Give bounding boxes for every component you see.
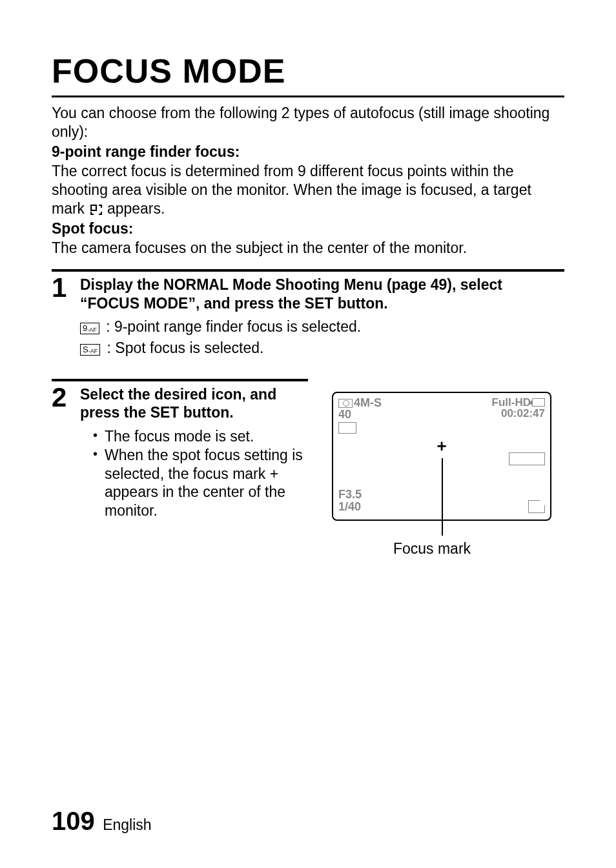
step-1-title: Display the NORMAL Mode Shooting Menu (p…: [80, 276, 564, 313]
shot-count: 40: [338, 409, 382, 421]
stabilizer-icon: [509, 452, 545, 465]
spot-focus-desc: The camera focuses on the subject in the…: [52, 239, 564, 257]
9af-desc: : 9-point range finder focus is selected…: [106, 318, 361, 335]
focus-mark-icon: +: [436, 436, 446, 456]
target-mark-icon: [90, 205, 102, 215]
fullhd-label: Full-HD: [492, 396, 531, 409]
page-footer: 109 English: [52, 807, 152, 836]
step-2-bullet-2: When the spot focus setting is selected,…: [93, 446, 313, 520]
nine-point-desc: The correct focus is determined from 9 d…: [52, 162, 564, 217]
step1-divider: [52, 269, 564, 272]
title-rule: [52, 96, 564, 97]
step-1-number: 1: [52, 274, 80, 301]
camera-icon: [338, 399, 353, 408]
nine-point-desc-b: appears.: [107, 200, 165, 217]
saf-desc: : Spot focus is selected.: [107, 339, 264, 356]
step2-divider: [52, 379, 308, 381]
saf-icon: S-AF: [80, 344, 100, 356]
flash-icon: [338, 422, 356, 434]
resolution-label: 4M-S: [354, 396, 382, 409]
screen-top-right: Full-HD 00:02:47: [492, 397, 545, 420]
step-2-number: 2: [52, 384, 80, 411]
callout-line: [442, 458, 443, 536]
screen-top-left: 4M-S 40: [338, 397, 382, 437]
shutter-label: 1/40: [338, 501, 362, 513]
screen-bottom-right: [528, 500, 545, 513]
camera-screen: 4M-S 40 Full-HD 00:02:47 + F3.5 1/40: [332, 392, 551, 521]
movie-icon: [532, 398, 545, 407]
aperture-label: F3.5: [338, 489, 362, 501]
intro-text: You can choose from the following 2 type…: [52, 104, 564, 141]
screen-bottom-left: F3.5 1/40: [338, 489, 362, 513]
step-2: 2 Select the desired icon, and press the…: [52, 385, 564, 558]
card-icon: [528, 500, 545, 513]
screen-diagram: 4M-S 40 Full-HD 00:02:47 + F3.5 1/40: [332, 385, 551, 558]
step-1: 1 Display the NORMAL Mode Shooting Menu …: [52, 276, 564, 361]
time-label: 00:02:47: [492, 408, 545, 419]
page-language: English: [103, 816, 151, 833]
step-1-def-9af: 9-AF : 9-point range finder focus is sel…: [80, 318, 564, 336]
step-1-def-saf: S-AF : Spot focus is selected.: [80, 339, 564, 357]
step-2-title: Select the desired icon, and press the S…: [80, 385, 313, 423]
step-2-bullet-1: The focus mode is set.: [93, 427, 313, 446]
nine-point-label: 9-point range finder focus:: [52, 143, 564, 161]
spot-focus-label: Spot focus:: [52, 219, 564, 238]
9af-icon: 9-AF: [80, 323, 99, 334]
page-number: 109: [52, 807, 95, 835]
focus-mark-callout: Focus mark: [332, 540, 532, 558]
page-title: FOCUS MODE: [52, 52, 564, 90]
